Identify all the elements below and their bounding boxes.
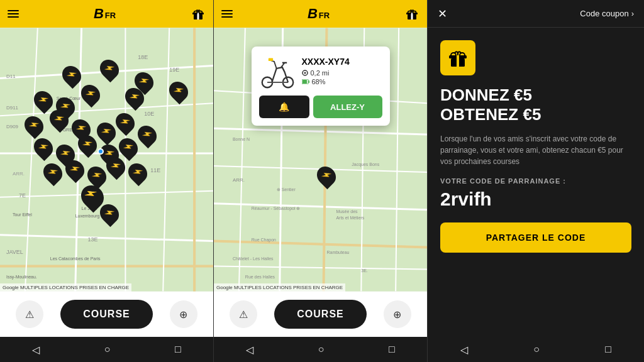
popup-header: XXXX-XY74 0,2 mi 68% — [259, 53, 382, 90]
svg-rect-37 — [411, 13, 413, 19]
svg-text:Les Catacombes de Paris: Les Catacombes de Paris — [50, 256, 101, 261]
svg-text:Arts et Métiers: Arts et Métiers — [336, 216, 364, 220]
svg-text:D909: D909 — [6, 124, 19, 129]
nav-back-3[interactable]: ◁ — [453, 341, 475, 358]
pin-24[interactable]: ⚡ — [129, 163, 147, 183]
gift-icon-1[interactable] — [191, 6, 206, 21]
nav-square-1[interactable]: □ — [167, 341, 189, 358]
svg-text:JAVEL: JAVEL — [6, 249, 23, 255]
svg-text:Rue des Halles: Rue des Halles — [245, 275, 275, 279]
course-btn-2[interactable]: COURSE — [274, 300, 366, 329]
coupon-description: Lorsque l'un de vos amis s'inscrit avec … — [440, 133, 631, 167]
bottom-bar-2: ⚠ COURSE ⊕ — [214, 292, 427, 337]
go-button[interactable]: ALLEZ-Y — [313, 96, 382, 118]
svg-point-72 — [304, 72, 306, 74]
svg-text:ARR.: ARR. — [13, 171, 25, 177]
warning-btn-2[interactable]: ⚠ — [230, 300, 257, 328]
coupon-link[interactable]: Code coupon › — [580, 9, 634, 18]
nav-home-2[interactable]: ○ — [311, 341, 332, 358]
pin-1[interactable]: ⚡ — [63, 65, 80, 85]
pin-2[interactable]: ⚡ — [101, 59, 118, 79]
pin-19[interactable]: ⚡ — [119, 138, 137, 158]
svg-text:Luxembourg: Luxembourg — [75, 214, 100, 219]
svg-text:⊕ Sentier: ⊕ Sentier — [277, 187, 296, 192]
svg-rect-2 — [197, 13, 199, 19]
svg-text:D911: D911 — [6, 105, 19, 111]
pin-20[interactable]: ⚡ — [44, 163, 62, 183]
logo-2: B FR — [308, 7, 330, 21]
logo-b-2: B — [308, 7, 318, 21]
location-btn-1[interactable]: ⊕ — [170, 300, 197, 328]
phone-panel-1: B FR — [0, 0, 214, 362]
close-button[interactable]: ✕ — [438, 7, 447, 21]
nav-square-3[interactable]: □ — [597, 341, 619, 358]
warning-btn-1[interactable]: ⚠ — [16, 300, 43, 328]
svg-text:13E: 13E — [88, 236, 98, 243]
svg-text:19E: 19E — [169, 67, 179, 73]
pin-21[interactable]: ⚡ — [66, 160, 84, 180]
popup-buttons: 🔔 ALLEZ-Y — [259, 96, 382, 118]
pin-25[interactable]: ⚡ — [82, 185, 99, 205]
svg-rect-68 — [269, 58, 273, 61]
pin-7[interactable]: ⚡ — [126, 87, 143, 107]
popup-battery: 68% — [302, 78, 382, 85]
coupon-headline: DONNEZ €5OBTENEZ €5 — [440, 85, 631, 124]
nav-bar-3: ◁ ○ □ — [428, 337, 644, 362]
app-header-1: B FR — [0, 0, 213, 28]
popup-distance: 0,2 mi — [302, 69, 382, 77]
hamburger-menu-1[interactable] — [8, 10, 19, 18]
gift-icon-2[interactable] — [404, 6, 419, 21]
svg-text:D11: D11 — [6, 74, 16, 79]
pin-6[interactable]: ⚡ — [82, 84, 99, 104]
app-header-2: B FR — [214, 0, 427, 28]
scooter-image — [259, 53, 297, 90]
logo-1: B FR — [94, 7, 116, 21]
bell-button[interactable]: 🔔 — [259, 96, 309, 118]
pin-4[interactable]: ⚡ — [35, 90, 52, 111]
pin-26[interactable]: ⚡ — [101, 204, 118, 224]
logo-b-1: B — [94, 7, 104, 21]
pin-9[interactable]: ⚡ — [25, 116, 43, 136]
location-btn-2[interactable]: ⊕ — [384, 300, 411, 328]
coupon-code-label: VOTRE CODE DE PARRAINAGE : — [440, 177, 631, 185]
google-label-1: Google MULTIPLES LOCATIONS PRISES EN CHA… — [0, 283, 131, 292]
pin-17[interactable]: ⚡ — [79, 134, 96, 155]
nav-square-2[interactable]: □ — [381, 341, 402, 358]
coupon-header: ✕ Code coupon › — [428, 0, 644, 28]
map-area-2[interactable]: Château d Bonne N Jacques Bons ARR. ⊕ Se… — [214, 28, 427, 292]
hamburger-menu-2[interactable] — [221, 10, 233, 18]
svg-text:7E: 7E — [19, 192, 26, 199]
svg-text:Jacques Bons: Jacques Bons — [352, 162, 379, 167]
share-button[interactable]: PARTAGER LE CODE — [440, 222, 631, 253]
coupon-link-text: Code coupon — [580, 9, 628, 18]
svg-text:Musée des: Musée des — [336, 209, 358, 214]
battery-text: 68% — [312, 78, 326, 85]
pin-23[interactable]: ⚡ — [107, 156, 125, 177]
svg-rect-75 — [308, 80, 309, 83]
svg-text:Bonne N: Bonne N — [233, 137, 250, 141]
course-btn-1[interactable]: COURSE — [60, 300, 152, 329]
scooter-popup: XXXX-XY74 0,2 mi 68% — [252, 47, 390, 126]
pin-22[interactable]: ⚡ — [88, 166, 106, 186]
nav-home-3[interactable]: ○ — [526, 341, 547, 358]
pin-10[interactable]: ⚡ — [50, 109, 68, 129]
pin-15[interactable]: ⚡ — [35, 138, 52, 158]
distance-text: 0,2 mi — [311, 69, 330, 77]
bottom-bar-1: ⚠ COURSE ⊕ — [0, 292, 213, 337]
nav-back-1[interactable]: ◁ — [25, 341, 47, 358]
pin-14[interactable]: ⚡ — [138, 125, 156, 145]
pin-13[interactable]: ⚡ — [116, 112, 134, 133]
map-area-1[interactable]: 18E 19E 10E 11E 7E 13E JAVEL D911 D909 D… — [0, 28, 213, 292]
chevron-right-icon: › — [631, 9, 634, 18]
pin-12[interactable]: ⚡ — [97, 122, 115, 142]
nav-home-1[interactable]: ○ — [97, 341, 118, 358]
pin-8[interactable]: ⚡ — [170, 81, 187, 101]
nav-bar-1: ◁ ○ □ — [0, 337, 213, 362]
nav-back-2[interactable]: ◁ — [238, 341, 261, 358]
coupon-code-value: 2rvifh — [440, 189, 631, 210]
gift-big-icon — [440, 40, 475, 75]
svg-text:18E: 18E — [138, 54, 148, 60]
pin-selected[interactable]: ⚡ — [318, 166, 335, 186]
svg-text:Tour Eiffel: Tour Eiffel — [13, 212, 32, 217]
svg-text:10E: 10E — [144, 111, 154, 117]
